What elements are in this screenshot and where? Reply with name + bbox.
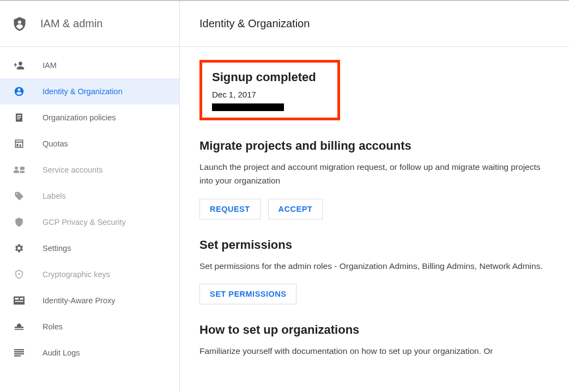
- page-title: Identity & Organization: [199, 17, 310, 30]
- sidebar-item-service-accounts[interactable]: Service accounts: [0, 157, 179, 183]
- iam-shield-icon: [12, 16, 27, 32]
- gear-icon: [13, 242, 25, 254]
- permissions-section: Set permissions Set permissions for the …: [199, 238, 549, 305]
- howto-title: How to set up organizations: [199, 323, 549, 337]
- svg-rect-13: [15, 298, 19, 299]
- permissions-title: Set permissions: [199, 238, 549, 252]
- signup-date: Dec 1, 2017: [212, 90, 328, 99]
- quotas-icon: [13, 138, 25, 150]
- service-account-icon: [13, 164, 25, 176]
- set-permissions-button[interactable]: SET PERMISSIONS: [199, 284, 296, 304]
- sidebar-header: IAM & admin: [0, 1, 179, 47]
- sidebar-item-roles[interactable]: Roles: [0, 314, 179, 340]
- signup-completed-box: Signup completed Dec 1, 2017: [199, 60, 340, 120]
- sidebar-title: IAM & admin: [40, 17, 102, 30]
- svg-rect-16: [15, 327, 24, 328]
- sidebar-item-label: Settings: [43, 244, 71, 253]
- sidebar-item-label: Audit Logs: [43, 348, 80, 357]
- sidebar-item-quotas[interactable]: Quotas: [0, 131, 179, 157]
- sidebar-nav: IAM Identity & Organization Organization…: [0, 47, 179, 366]
- sidebar-item-iam[interactable]: IAM: [0, 52, 179, 78]
- sidebar-item-label: Quotas: [43, 139, 68, 148]
- migrate-body: Launch the project and account migration…: [199, 161, 549, 188]
- sidebar-item-label: Identity & Organization: [43, 87, 123, 96]
- content: Signup completed Dec 1, 2017 Migrate pro…: [180, 47, 569, 377]
- svg-rect-5: [15, 140, 23, 148]
- svg-rect-3: [17, 117, 21, 118]
- sidebar-item-organization-policies[interactable]: Organization policies: [0, 105, 179, 131]
- svg-rect-6: [17, 144, 19, 146]
- sidebar-item-label: Service accounts: [43, 166, 102, 174]
- svg-rect-20: [14, 353, 24, 354]
- svg-rect-2: [17, 115, 21, 117]
- svg-rect-10: [20, 171, 25, 173]
- svg-rect-4: [17, 119, 20, 120]
- svg-rect-18: [14, 349, 24, 350]
- sidebar-item-label: Identity-Aware Proxy: [43, 296, 116, 305]
- svg-rect-9: [20, 167, 25, 170]
- howto-section: How to set up organizations Familiarize …: [199, 323, 549, 358]
- hat-icon: [13, 321, 25, 333]
- svg-rect-17: [15, 329, 24, 330]
- tag-icon: [13, 190, 25, 202]
- svg-rect-21: [14, 356, 21, 357]
- sidebar-item-label: Cryptographic keys: [43, 270, 110, 279]
- svg-point-11: [19, 273, 20, 275]
- svg-point-1: [19, 62, 22, 65]
- add-person-icon: [13, 59, 25, 71]
- sidebar-item-label: Roles: [43, 322, 63, 331]
- svg-rect-7: [20, 145, 21, 147]
- main: Identity & Organization Signup completed…: [180, 1, 569, 392]
- sidebar-item-label: GCP Privacy & Security: [43, 218, 126, 226]
- sidebar-item-labels[interactable]: Labels: [0, 183, 179, 209]
- svg-rect-14: [15, 301, 23, 302]
- person-circle-icon: [13, 85, 25, 97]
- sidebar-item-label: Labels: [43, 192, 66, 200]
- accept-button[interactable]: ACCEPT: [268, 199, 323, 219]
- sidebar-item-identity-aware-proxy[interactable]: Identity-Aware Proxy: [0, 287, 179, 314]
- sidebar-item-identity-organization[interactable]: Identity & Organization: [0, 78, 179, 105]
- howto-body: Familiarize yourself with documentation …: [199, 345, 549, 358]
- redacted-text: [212, 103, 284, 111]
- sidebar-item-label: IAM: [43, 61, 57, 70]
- sidebar: IAM & admin IAM Identity & Organization: [0, 1, 180, 392]
- sidebar-item-gcp-privacy-security[interactable]: GCP Privacy & Security: [0, 209, 179, 235]
- migrate-title: Migrate projects and billing accounts: [199, 139, 549, 153]
- svg-rect-15: [20, 298, 23, 299]
- svg-point-0: [18, 20, 21, 23]
- list-icon: [13, 347, 25, 359]
- sidebar-item-label: Organization policies: [43, 113, 116, 122]
- signup-title: Signup completed: [212, 70, 328, 84]
- request-button[interactable]: REQUEST: [199, 199, 261, 219]
- svg-point-8: [15, 167, 18, 170]
- svg-rect-19: [14, 351, 24, 352]
- proxy-icon: [13, 295, 25, 307]
- shield-icon: [13, 216, 25, 228]
- migrate-section: Migrate projects and billing accounts La…: [199, 139, 549, 219]
- permissions-body: Set permissions for the admin roles - Or…: [199, 260, 549, 273]
- sidebar-item-cryptographic-keys[interactable]: Cryptographic keys: [0, 261, 179, 287]
- sidebar-item-settings[interactable]: Settings: [0, 235, 179, 261]
- sidebar-item-audit-logs[interactable]: Audit Logs: [0, 340, 179, 366]
- svg-rect-12: [14, 297, 25, 305]
- document-icon: [13, 112, 25, 124]
- main-header: Identity & Organization: [180, 1, 569, 47]
- shield-outline-icon: [13, 268, 25, 280]
